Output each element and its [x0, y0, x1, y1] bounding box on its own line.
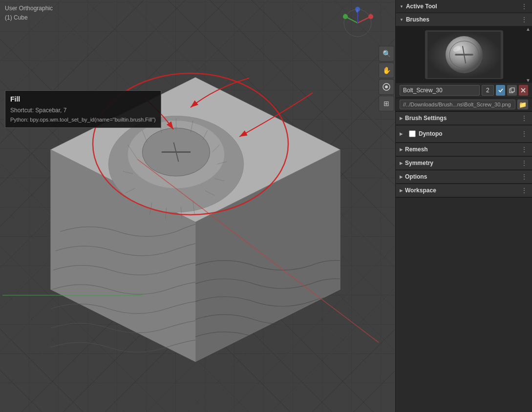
dyntopo-label: Dyntopo [419, 130, 443, 137]
right-panel: Active Tool ⋮ Brushes ⋮ [395, 0, 532, 412]
symmetry-header[interactable]: Symmetry ⋮ [396, 157, 532, 170]
zoom-tool-button[interactable]: 🔍 [379, 46, 394, 62]
brush-settings-left: Brush Settings [400, 115, 447, 122]
remesh-label: Remesh [405, 146, 428, 153]
svg-rect-47 [511, 88, 514, 92]
brush-path-text: //../Downloads/Brush...ns\Bolt_Screw_30.… [400, 100, 515, 109]
dyntopo-header[interactable]: Dyntopo ⋮ [396, 125, 532, 143]
active-tool-left: Active Tool [400, 3, 437, 10]
symmetry-dots: ⋮ [521, 159, 528, 167]
brushes-dots: ⋮ [521, 16, 528, 23]
tooltip-box: Fill Shortcut: Spacebar, 7 Python: bpy.o… [5, 90, 161, 128]
brush-count: 2 [482, 85, 494, 96]
tooltip-python: Python: bpy.ops.wm.tool_set_by_id(name="… [10, 115, 156, 124]
symmetry-left: Symmetry [400, 160, 433, 166]
options-header[interactable]: Options ⋮ [396, 170, 532, 184]
symmetry-arrow-icon [400, 161, 403, 165]
brush-info-row: 2 [396, 83, 532, 98]
brush-path-row: //../Downloads/Brush...ns\Bolt_Screw_30.… [396, 98, 532, 111]
viewport[interactable]: User Orthographic (1) Cube Fill Shortcut… [0, 0, 395, 412]
grid-tool-button[interactable]: ⊞ [379, 96, 394, 111]
remesh-header[interactable]: Remesh ⋮ [396, 143, 532, 156]
brush-thumbnail[interactable] [425, 30, 503, 79]
svg-text:Z: Z [356, 9, 359, 13]
brush-delete-button[interactable] [519, 85, 528, 96]
brush-settings-label: Brush Settings [405, 115, 447, 122]
options-arrow-icon [400, 174, 403, 179]
copy-icon [509, 87, 515, 93]
workspace-section: Workspace ⋮ [396, 184, 532, 198]
active-tool-dots: ⋮ [521, 2, 528, 10]
workspace-dots: ⋮ [521, 186, 528, 194]
workspace-header[interactable]: Workspace ⋮ [396, 184, 532, 197]
checkmark-icon [498, 87, 504, 93]
dyntopo-checkbox[interactable] [409, 130, 416, 137]
browse-files-button[interactable]: 📁 [517, 100, 528, 109]
brush-settings-header[interactable]: Brush Settings ⋮ [396, 112, 532, 125]
active-tool-label: Active Tool [406, 3, 437, 10]
options-dots: ⋮ [521, 173, 528, 181]
brush-settings-arrow-icon [400, 116, 403, 121]
brush-settings-dots: ⋮ [521, 114, 528, 122]
remesh-dots: ⋮ [521, 145, 528, 153]
delete-icon [520, 87, 526, 93]
svg-text:X: X [369, 13, 372, 17]
dyntopo-section: Dyntopo ⋮ [396, 125, 532, 143]
brushes-label: Brushes [406, 16, 429, 23]
scroll-down-icon[interactable]: ▼ [526, 78, 531, 83]
options-section: Options ⋮ [396, 170, 532, 184]
tooltip-shortcut: Shortcut: Spacebar, 7 [10, 105, 156, 115]
svg-point-39 [385, 85, 388, 88]
remesh-arrow-icon [400, 147, 403, 152]
scroll-up-icon[interactable]: ▲ [526, 26, 531, 32]
brushes-section: Brushes ⋮ [396, 13, 532, 112]
brushes-arrow-icon [400, 17, 404, 22]
remesh-left: Remesh [400, 146, 428, 153]
svg-text:Y: Y [344, 13, 346, 17]
dyntopo-checkbox-row: Dyntopo [405, 128, 447, 140]
brush-checkmark-button[interactable] [496, 85, 505, 96]
symmetry-label: Symmetry [405, 160, 433, 166]
workspace-left: Workspace [400, 187, 436, 194]
workspace-label: Workspace [405, 187, 436, 194]
tooltip-title: Fill [10, 94, 156, 105]
workspace-arrow-icon [400, 188, 403, 193]
active-tool-section-header[interactable]: Active Tool ⋮ [396, 0, 532, 13]
brushes-section-left: Brushes [400, 16, 429, 23]
viewport-toolbar: 🔍 ✋ ⊞ [378, 44, 395, 113]
viewport-grid [0, 0, 395, 412]
remesh-section: Remesh ⋮ [396, 143, 532, 157]
brush-name-input[interactable] [400, 85, 480, 96]
sculpt-tool-button[interactable] [379, 79, 394, 95]
active-tool-arrow-icon [400, 4, 404, 9]
gizmo[interactable]: X Y Z [341, 7, 374, 39]
brushes-section-header[interactable]: Brushes ⋮ [396, 13, 532, 26]
dyntopo-left: Dyntopo [400, 128, 447, 140]
symmetry-section: Symmetry ⋮ [396, 157, 532, 170]
options-label: Options [405, 173, 427, 180]
dyntopo-arrow-icon [400, 131, 403, 136]
dyntopo-dots: ⋮ [521, 130, 528, 138]
options-left: Options [400, 173, 427, 180]
brush-scroll-indicator[interactable]: ▲ ▼ [526, 26, 530, 83]
brush-copy-button[interactable] [507, 85, 516, 96]
brush-settings-section: Brush Settings ⋮ [396, 112, 532, 125]
move-tool-button[interactable]: ✋ [379, 62, 394, 78]
brush-preview-area: ▲ ▼ [396, 26, 532, 83]
brush-thumbnail-svg [427, 32, 501, 78]
